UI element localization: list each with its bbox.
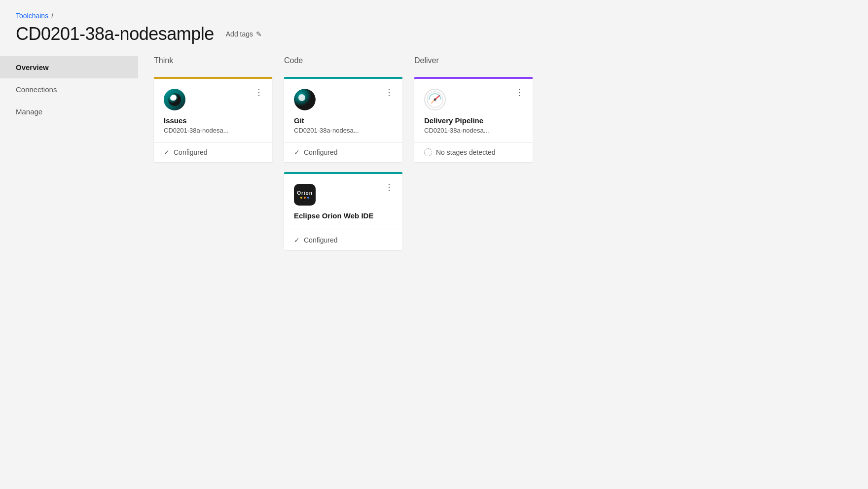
orion-text: Orion: [297, 191, 313, 196]
git-status-label: Configured: [304, 148, 338, 156]
orion-card-footer: ✓ Configured: [284, 230, 402, 250]
git-card-subtitle: CD0201-38a-nodesa...: [294, 127, 393, 134]
git-svg-icon: [294, 89, 316, 110]
card-eclipse-orion: ⋮ Orion Eclipse Orion Web IDE: [284, 172, 402, 250]
page-title: CD0201-38a-nodesample: [16, 24, 214, 44]
configured-check-icon-issues: ✓: [164, 148, 170, 156]
main-content: Overview Connections Manage Think ⋮: [0, 56, 868, 489]
card-body-git: ⋮: [284, 79, 402, 142]
breadcrumb-separator: /: [51, 12, 53, 20]
top-section: Toolchains / CD0201-38a-nodesample Add t…: [0, 0, 868, 44]
orion-icon: Orion: [294, 184, 316, 206]
svg-point-3: [298, 94, 305, 101]
column-code: Code ⋮: [284, 56, 402, 250]
add-tags-button[interactable]: Add tags ✎: [222, 28, 266, 40]
delivery-status-label: No stages detected: [436, 148, 496, 156]
sidebar: Overview Connections Manage: [0, 56, 138, 489]
configured-check-icon-orion: ✓: [294, 236, 300, 244]
content-area: Think ⋮: [138, 56, 868, 489]
breadcrumb-toolchains-link[interactable]: Toolchains: [16, 12, 48, 20]
orion-status-label: Configured: [304, 236, 338, 244]
git-card-name: Git: [294, 116, 393, 125]
orion-dot-orange: [304, 197, 306, 199]
issues-card-name: Issues: [164, 116, 262, 125]
delivery-pipeline-icon: [424, 89, 446, 110]
svg-point-0: [168, 93, 181, 106]
issues-card-footer: ✓ Configured: [154, 142, 272, 162]
edit-icon: ✎: [256, 30, 262, 38]
card-git: ⋮: [284, 77, 402, 162]
card-body-orion: ⋮ Orion Eclipse Orion Web IDE: [284, 174, 402, 230]
orion-card-name: Eclipse Orion Web IDE: [294, 211, 393, 220]
sidebar-item-connections[interactable]: Connections: [0, 78, 138, 101]
svg-point-1: [170, 96, 175, 101]
git-icon: [294, 89, 316, 110]
column-think: Think ⋮: [154, 56, 272, 162]
card-body-delivery: ⋮: [414, 79, 533, 142]
svg-point-2: [294, 89, 316, 110]
delivery-svg-icon: [427, 91, 443, 108]
column-header-think: Think: [154, 56, 272, 65]
card-menu-button-issues[interactable]: ⋮: [253, 86, 265, 99]
card-menu-button-orion[interactable]: ⋮: [383, 181, 396, 194]
column-header-code: Code: [284, 56, 402, 65]
column-header-deliver: Deliver: [414, 56, 533, 65]
add-tags-label: Add tags: [226, 30, 253, 38]
issues-icon: [164, 89, 185, 110]
columns-container: Think ⋮: [154, 56, 852, 250]
page-title-row: CD0201-38a-nodesample Add tags ✎: [16, 24, 852, 44]
sidebar-item-manage[interactable]: Manage: [0, 101, 138, 123]
issues-status-label: Configured: [174, 148, 208, 156]
delivery-card-footer: No stages detected: [414, 142, 533, 162]
sidebar-item-overview[interactable]: Overview: [0, 56, 138, 78]
page-wrapper: Toolchains / CD0201-38a-nodesample Add t…: [0, 0, 868, 489]
orion-dot-blue: [307, 197, 309, 199]
configured-check-icon-git: ✓: [294, 148, 300, 156]
delivery-card-subtitle: CD0201-38a-nodesa...: [424, 127, 523, 134]
svg-point-7: [434, 99, 436, 101]
card-delivery-pipeline: ⋮: [414, 77, 533, 162]
delivery-card-name: Delivery Pipeline: [424, 116, 523, 125]
orion-dots: [300, 197, 309, 199]
git-card-footer: ✓ Configured: [284, 142, 402, 162]
column-deliver: Deliver ⋮: [414, 56, 533, 162]
card-issues: ⋮: [154, 77, 272, 162]
card-menu-button-delivery[interactable]: ⋮: [513, 86, 526, 99]
orion-dot-yellow: [300, 197, 302, 199]
issues-svg-icon: [168, 93, 181, 106]
issues-card-subtitle: CD0201-38a-nodesa...: [164, 127, 262, 134]
no-stages-icon: [424, 148, 432, 156]
card-menu-button-git[interactable]: ⋮: [383, 86, 396, 99]
card-body-issues: ⋮: [154, 79, 272, 142]
breadcrumb: Toolchains /: [16, 12, 852, 20]
